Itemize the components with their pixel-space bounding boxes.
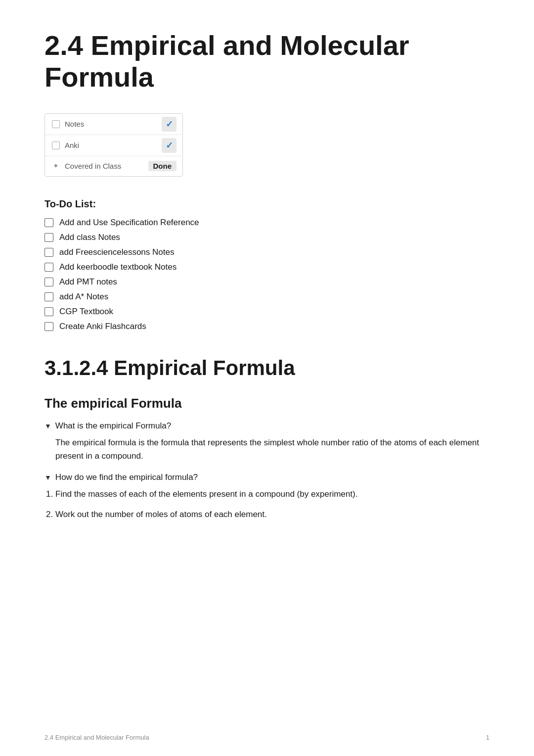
todo-item[interactable]: Add PMT notes <box>44 277 490 287</box>
footer-left: 2.4 Empirical and Molecular Formula <box>44 734 149 741</box>
todo-item-text: Add and Use Specification Reference <box>59 218 199 228</box>
toggle-question-2: How do we find the empirical formula? <box>55 472 198 482</box>
todo-checkbox-icon[interactable] <box>44 292 53 301</box>
toggle-arrow-icon: ▼ <box>44 422 51 430</box>
notes-value[interactable]: ✓ <box>162 117 177 132</box>
todo-list: Add and Use Specification Reference Add … <box>44 218 490 331</box>
todo-checkbox-icon[interactable] <box>44 322 53 331</box>
toggle-header-2[interactable]: ▼ How do we find the empirical formula? <box>44 472 490 482</box>
anki-value[interactable]: ✓ <box>162 138 177 153</box>
todo-item[interactable]: Add keerboodle textbook Notes <box>44 262 490 272</box>
notes-checkbox-icon <box>51 119 61 129</box>
covered-sparkle-icon: ✦ <box>51 161 61 171</box>
notes-label: Notes <box>65 120 162 128</box>
todo-item-text: add Freesciencelessons Notes <box>59 247 174 257</box>
property-row-notes[interactable]: Notes ✓ <box>45 114 182 135</box>
todo-checkbox-icon[interactable] <box>44 248 53 257</box>
todo-checkbox-icon[interactable] <box>44 218 53 227</box>
todo-item-text: CGP Textbook <box>59 307 113 317</box>
todo-item[interactable]: Create Anki Flashcards <box>44 322 490 331</box>
todo-item[interactable]: Add class Notes <box>44 233 490 242</box>
toggle-arrow-icon: ▼ <box>44 473 51 481</box>
todo-item-text: Add class Notes <box>59 233 120 242</box>
main-title: 2.4 Empirical and Molecular Formula <box>44 30 490 94</box>
toggle-item-1: ▼ What is the empirical Formula? The emp… <box>44 421 490 463</box>
todo-section: To-Do List: Add and Use Specification Re… <box>44 198 490 331</box>
footer-right: 1 <box>486 734 490 741</box>
todo-item-text: add A* Notes <box>59 292 108 302</box>
todo-checkbox-icon[interactable] <box>44 307 53 316</box>
todo-item[interactable]: add A* Notes <box>44 292 490 302</box>
notes-check-icon: ✓ <box>166 119 173 130</box>
todo-item[interactable]: CGP Textbook <box>44 307 490 317</box>
anki-label: Anki <box>65 141 162 149</box>
property-row-anki[interactable]: Anki ✓ <box>45 135 182 156</box>
toggle-sublist-2: Find the masses of each of the elements … <box>55 487 490 521</box>
todo-item-text: Add keerboodle textbook Notes <box>59 262 177 272</box>
anki-checkbox-icon <box>51 141 61 150</box>
property-row-covered[interactable]: ✦ Covered in Class Done <box>45 156 182 176</box>
section-heading: 3.1.2.4 Empirical Formula <box>44 356 490 380</box>
toggle-item-2: ▼ How do we find the empirical formula? … <box>44 472 490 521</box>
toggle-answer-1: The empirical formula is the formula tha… <box>55 436 490 463</box>
toggle-question-1: What is the empirical Formula? <box>55 421 171 431</box>
todo-item-text: Add PMT notes <box>59 277 117 287</box>
subsection-heading: The empirical Formula <box>44 396 490 411</box>
todo-checkbox-icon[interactable] <box>44 278 53 286</box>
anki-check-icon: ✓ <box>166 140 173 151</box>
page-footer: 2.4 Empirical and Molecular Formula 1 <box>0 734 534 741</box>
properties-table: Notes ✓ Anki ✓ ✦ Covered in Class Done <box>44 113 183 177</box>
covered-value[interactable]: Done <box>148 161 177 171</box>
todo-item[interactable]: Add and Use Specification Reference <box>44 218 490 228</box>
list-item: Find the masses of each of the elements … <box>55 487 490 501</box>
list-item: Work out the number of moles of atoms of… <box>55 508 490 521</box>
todo-checkbox-icon[interactable] <box>44 263 53 272</box>
covered-label: Covered in Class <box>65 162 148 170</box>
todo-item[interactable]: add Freesciencelessons Notes <box>44 247 490 257</box>
todo-checkbox-icon[interactable] <box>44 233 53 242</box>
todo-item-text: Create Anki Flashcards <box>59 322 146 331</box>
toggle-header-1[interactable]: ▼ What is the empirical Formula? <box>44 421 490 431</box>
todo-title: To-Do List: <box>44 198 490 210</box>
